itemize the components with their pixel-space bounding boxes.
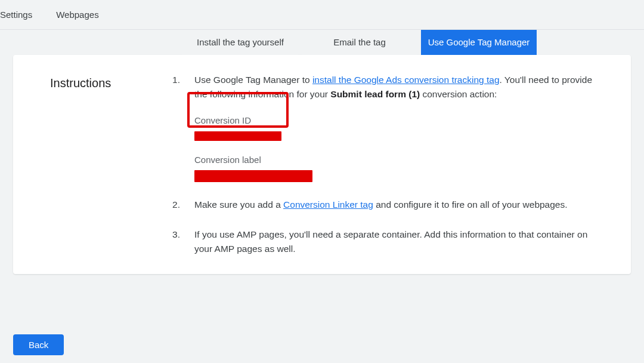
conversion-id-label: Conversion ID <box>194 113 281 127</box>
instruction-step-2: 2. Make sure you add a Conversion Linker… <box>168 198 607 212</box>
conversion-id-value-redacted <box>194 131 281 141</box>
tab-email-tag[interactable]: Email the tag <box>302 30 417 55</box>
step-number: 1. <box>168 73 180 182</box>
conversion-label-value-redacted <box>194 170 312 182</box>
conversion-label-label: Conversion label <box>194 153 607 167</box>
step2-text-pre: Make sure you add a <box>194 199 283 210</box>
instruction-step-3: 3. If you use AMP pages, you'll need a s… <box>168 227 607 256</box>
nav-tab-settings[interactable]: Settings <box>0 6 32 23</box>
conversion-action-name: Submit lead form (1) <box>330 89 420 99</box>
top-nav: Settings Webpages <box>0 0 644 30</box>
step1-text-pre: Use Google Tag Manager to <box>194 75 312 85</box>
method-tabs: Install the tag yourself Email the tag U… <box>182 30 631 55</box>
step-number: 2. <box>168 198 180 212</box>
step1-text-post2: conversion action: <box>420 89 497 99</box>
instructions-list: 1. Use Google Tag Manager to install the… <box>168 73 613 256</box>
conversion-id-block: Conversion ID <box>194 113 607 140</box>
install-tracking-tag-link[interactable]: install the Google Ads conversion tracki… <box>312 75 500 85</box>
step2-text-post: and configure it to fire on all of your … <box>373 199 568 210</box>
nav-tab-webpages[interactable]: Webpages <box>56 6 98 23</box>
instructions-heading: Instructions <box>31 73 156 256</box>
conversion-label-block: Conversion label <box>194 153 607 182</box>
instructions-card: Instructions 1. Use Google Tag Manager t… <box>13 55 631 274</box>
conversion-linker-tag-link[interactable]: Conversion Linker tag <box>283 199 373 210</box>
tab-install-yourself[interactable]: Install the tag yourself <box>182 30 298 55</box>
tab-use-gtm[interactable]: Use Google Tag Manager <box>421 30 537 55</box>
step-number: 3. <box>168 227 180 256</box>
step3-text: If you use AMP pages, you'll need a sepa… <box>194 227 607 256</box>
instruction-step-1: 1. Use Google Tag Manager to install the… <box>168 73 607 182</box>
back-button[interactable]: Back <box>13 334 64 355</box>
